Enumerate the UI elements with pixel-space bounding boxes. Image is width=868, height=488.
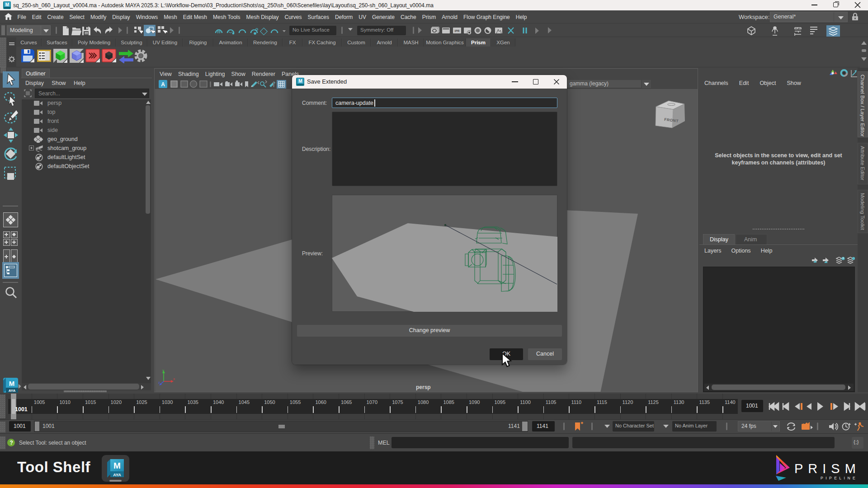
svg-text:AYA: AYA xyxy=(9,389,16,393)
svg-text:M: M xyxy=(298,79,302,84)
svg-text:AYA: AYA xyxy=(113,473,121,477)
svg-text:A: A xyxy=(161,81,165,88)
svg-text:z: z xyxy=(158,380,160,385)
svg-text:x: x xyxy=(173,377,175,381)
svg-text:IPR: IPR xyxy=(455,29,460,33)
svg-text:M: M xyxy=(5,2,9,7)
svg-text:M: M xyxy=(113,461,121,470)
svg-text:M: M xyxy=(9,380,15,387)
svg-text:y: y xyxy=(162,369,164,372)
